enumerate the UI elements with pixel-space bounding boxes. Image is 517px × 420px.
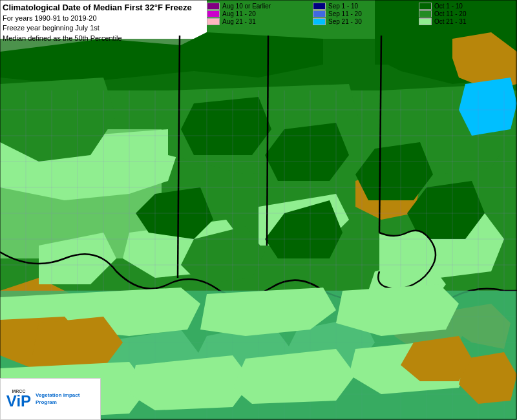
legend-swatch-9: [313, 18, 326, 25]
legend-swatch-0: [207, 3, 220, 10]
legend-swatch-6: [419, 10, 432, 17]
legend-swatch-2: [419, 3, 432, 10]
legend-label-2: Oct 1 - 10: [434, 3, 463, 10]
legend-label-9: Sep 21 - 30: [328, 18, 362, 25]
legend-item-6: Oct 11 - 20: [419, 10, 517, 17]
legend-item-13: [313, 26, 416, 33]
legend-item-8: Aug 21 - 31: [207, 18, 310, 25]
legend: Aug 10 or Earlier Sep 1 - 10 Oct 1 - 10 …: [207, 3, 517, 33]
vip-text: ViP: [6, 394, 31, 409]
legend-item-10: Oct 21 - 31: [419, 18, 517, 25]
legend-label-6: Oct 11 - 20: [434, 10, 466, 17]
legend-swatch-10: [419, 18, 432, 25]
map-subtitle-years: For years 1990-91 to 2019-20: [3, 14, 192, 23]
legend-item-9: Sep 21 - 30: [313, 18, 416, 25]
map-subtitle-season: Freeze year beginning July 1st: [3, 23, 192, 33]
legend-item-2: Oct 1 - 10: [419, 3, 517, 10]
legend-swatch-5: [313, 10, 326, 17]
svg-marker-27: [181, 97, 271, 155]
map-subtitle-median: Median defined as the 50th Percentile: [3, 34, 192, 43]
map-title: Climatological Date of Median First 32°F…: [3, 3, 192, 14]
legend-label-0: Aug 10 or Earlier: [222, 3, 271, 10]
legend-label-5: Sep 11 - 20: [328, 10, 362, 17]
legend-label-1: Sep 1 - 10: [328, 3, 358, 10]
header-overlay: Climatological Date of Median First 32°F…: [3, 3, 192, 43]
vip-program-name: Vegetation Impact Program: [36, 392, 79, 404]
legend-swatch-8: [207, 18, 220, 25]
legend-item-4: Aug 11 - 20: [207, 10, 310, 17]
vip-logo-icon: MRCC ViP: [6, 384, 32, 414]
map-container: Climatological Date of Median First 32°F…: [0, 0, 517, 420]
legend-swatch-4: [207, 10, 220, 17]
svg-marker-33: [459, 78, 517, 136]
legend-item-12: [207, 26, 310, 33]
map-svg: [0, 0, 517, 420]
legend-swatch-1: [313, 3, 326, 10]
svg-marker-70: [336, 284, 459, 336]
vip-logo: MRCC ViP Vegetation Impact Program: [0, 378, 101, 420]
legend-item-0: Aug 10 or Earlier: [207, 3, 310, 10]
legend-label-4: Aug 11 - 20: [222, 10, 256, 17]
legend-item-1: Sep 1 - 10: [313, 3, 416, 10]
vip-subtitle: Vegetation Impact Program: [36, 392, 95, 406]
legend-item-14: [419, 26, 517, 33]
legend-label-10: Oct 21 - 31: [434, 18, 466, 25]
legend-item-5: Sep 11 - 20: [313, 10, 416, 17]
legend-label-8: Aug 21 - 31: [222, 18, 256, 25]
